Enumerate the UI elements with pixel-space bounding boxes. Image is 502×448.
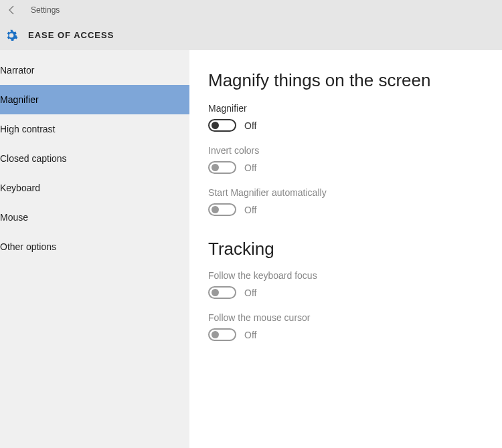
follow-mouse-state: Off (244, 330, 256, 340)
sidebar-item-label: Closed captions (0, 153, 67, 164)
titlebar: Settings (0, 0, 502, 20)
sidebar-item-narrator[interactable]: Narrator (0, 55, 189, 85)
toggle-knob (212, 206, 219, 213)
toggle-knob (212, 289, 219, 296)
sidebar-item-label: Keyboard (0, 183, 40, 193)
content: Magnify things on the screen Magnifier O… (189, 50, 502, 448)
sidebar-item-label: Narrator (0, 65, 34, 76)
magnifier-label: Magnifier (208, 103, 483, 114)
toggle-knob (212, 164, 219, 171)
sidebar-item-mouse[interactable]: Mouse (0, 203, 189, 232)
arrow-left-icon (7, 5, 17, 15)
toggle-knob (212, 122, 219, 129)
sidebar-item-magnifier[interactable]: Magnifier (0, 85, 189, 114)
sidebar-item-keyboard[interactable]: Keyboard (0, 173, 189, 203)
sidebar-item-label: Other options (0, 241, 56, 252)
sidebar-item-label: Magnifier (0, 94, 39, 105)
follow-keyboard-label: Follow the keyboard focus (208, 270, 483, 281)
setting-follow-mouse: Follow the mouse cursor Off (208, 312, 483, 341)
app-title: Settings (31, 5, 60, 15)
invert-colors-label: Invert colors (208, 145, 483, 156)
setting-invert-colors: Invert colors Off (208, 145, 483, 174)
follow-mouse-label: Follow the mouse cursor (208, 312, 483, 323)
back-button[interactable] (5, 3, 19, 17)
follow-keyboard-state: Off (244, 288, 256, 298)
gear-icon (4, 28, 19, 43)
sidebar-item-label: High contrast (0, 124, 55, 134)
sidebar-item-label: Mouse (0, 212, 28, 223)
heading-magnify: Magnify things on the screen (208, 70, 483, 91)
follow-keyboard-toggle (208, 286, 236, 299)
section-title: EASE OF ACCESS (28, 30, 114, 40)
invert-colors-toggle (208, 161, 236, 174)
sidebar-item-high-contrast[interactable]: High contrast (0, 114, 189, 144)
setting-follow-keyboard: Follow the keyboard focus Off (208, 270, 483, 299)
start-auto-toggle (208, 203, 236, 216)
magnifier-toggle[interactable] (208, 119, 236, 132)
sidebar: Narrator Magnifier High contrast Closed … (0, 50, 189, 448)
toggle-knob (212, 331, 219, 338)
follow-mouse-toggle (208, 328, 236, 341)
setting-start-auto: Start Magnifier automatically Off (208, 187, 483, 216)
start-auto-label: Start Magnifier automatically (208, 187, 483, 198)
invert-colors-state: Off (244, 162, 256, 173)
sidebar-item-closed-captions[interactable]: Closed captions (0, 144, 189, 173)
sidebar-item-other-options[interactable]: Other options (0, 232, 189, 261)
start-auto-state: Off (244, 205, 256, 215)
body: Narrator Magnifier High contrast Closed … (0, 50, 502, 448)
magnifier-state: Off (244, 120, 256, 131)
setting-magnifier: Magnifier Off (208, 103, 483, 132)
header: EASE OF ACCESS (0, 20, 502, 50)
heading-tracking: Tracking (208, 239, 483, 259)
